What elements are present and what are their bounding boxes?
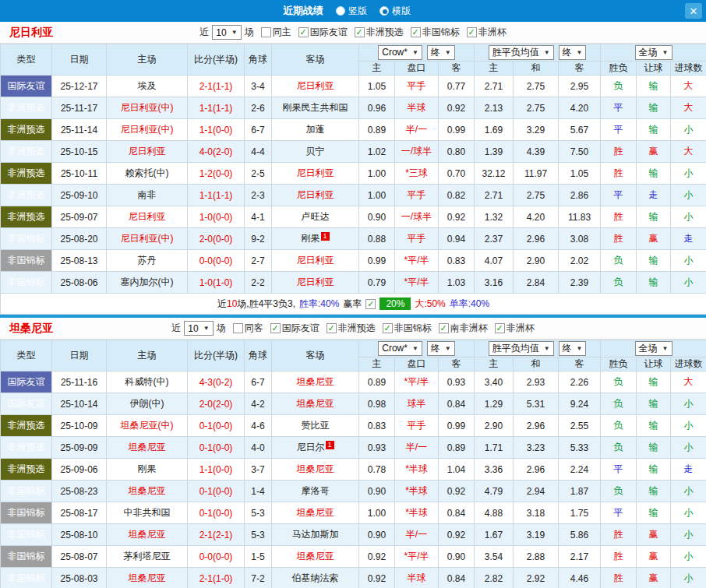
header-col-home: 主场 — [107, 44, 188, 76]
match-score: 0-1(0-0) — [188, 415, 245, 437]
odds-away: 1.04 — [439, 459, 475, 481]
scope-dropdown[interactable]: 全场▼ — [635, 45, 672, 60]
corner-score: 4-6 — [245, 415, 272, 437]
dropdown-label: 终 — [563, 46, 572, 59]
odds-away: 0.92 — [439, 206, 475, 228]
summary: 近10场,胜4平3负3, 胜率:40%赢率✓20%大:50%单率:40% — [217, 298, 489, 311]
away-team-name: 伯基纳法索 — [292, 572, 339, 583]
checkbox-icon: ✓ — [439, 323, 449, 333]
layout-radio-vertical[interactable]: 竖版 — [336, 5, 367, 18]
checkbox-icon: ✓ — [327, 323, 337, 333]
corner-score: 1-5 — [245, 546, 272, 568]
match-score: 1-1(1-1) — [188, 185, 245, 206]
big-rate: 大:50% — [415, 298, 445, 311]
handicap: 平手 — [395, 415, 439, 437]
filter-checkbox[interactable]: ✓非国锦标 — [411, 26, 460, 39]
match-count-select[interactable]: 10▼ — [184, 321, 213, 336]
odds-away: 0.99 — [439, 415, 475, 437]
avg-stage-dropdown[interactable]: 终▼ — [559, 45, 587, 60]
odds-home: 0.78 — [359, 459, 395, 481]
title-bar: 近期战绩 竖版 横版 ✕ — [0, 0, 706, 22]
table-row: 国际友谊25-11-16科威特(中)4-3(0-2)6-7坦桑尼亚0.89*平/… — [1, 371, 706, 393]
avg-group-header: 胜平负均值▼终▼ — [475, 340, 601, 357]
spread-rate-checkbox[interactable]: ✓ — [365, 299, 376, 309]
filter-checkbox[interactable]: 同客 — [233, 322, 263, 335]
away-team-name: 坦桑尼亚 — [297, 507, 334, 518]
avg-away: 2.26 — [559, 371, 601, 393]
match-type: 非国锦标 — [1, 502, 52, 524]
result-wdl: 平 — [601, 459, 637, 481]
result-goals: 小 — [671, 481, 706, 502]
odds-home: 0.98 — [359, 393, 395, 415]
filter-checkbox[interactable]: ✓非洲预选 — [327, 322, 376, 335]
table-row: 非国锦标25-08-17中非共和国0-1(0-0)5-3坦桑尼亚1.00*半球0… — [1, 502, 706, 524]
filter-bar: 尼日利亚近10▼场同主✓国际友谊✓非洲预选✓非国锦标✓非洲杯 — [0, 22, 706, 44]
away-team-name: 坦桑尼亚 — [297, 463, 334, 474]
checkbox-icon: ✓ — [383, 323, 393, 333]
odds-away: 0.94 — [439, 228, 475, 250]
odds-away: 0.80 — [439, 141, 475, 163]
close-button[interactable]: ✕ — [685, 3, 702, 19]
header-col-score: 比分(半场) — [188, 44, 245, 76]
odds-home: 1.02 — [359, 141, 395, 163]
filter-checkbox[interactable]: ✓非洲预选 — [355, 26, 404, 39]
layout-radio-horizontal[interactable]: 横版 — [379, 5, 411, 18]
subheader-handicap: 盘口 — [395, 357, 439, 371]
filter-checkbox[interactable]: ✓国际友谊 — [298, 26, 348, 39]
odds-home: 1.00 — [359, 502, 395, 524]
match-date: 25-08-20 — [52, 228, 107, 250]
filter-checkbox[interactable]: 同主 — [261, 26, 291, 39]
subheader-odds-home: 主 — [359, 357, 395, 371]
spread-rate-badge: 20% — [379, 298, 411, 310]
table-row: 国际友谊25-10-14伊朗(中)2-0(2-0)4-2坦桑尼亚0.98球半0.… — [1, 393, 706, 415]
radio-icon[interactable] — [379, 6, 389, 16]
away-team: 尼日利亚 — [272, 163, 359, 185]
match-score: 4-0(2-0) — [188, 141, 245, 163]
filter-checkbox[interactable]: ✓非洲杯 — [467, 26, 507, 39]
avg-stage-dropdown[interactable]: 终▼ — [559, 341, 587, 356]
dropdown-label: 10 — [188, 323, 198, 334]
match-date: 25-09-09 — [52, 437, 107, 459]
result-wdl: 负 — [601, 371, 637, 393]
odds-away: 0.92 — [439, 97, 475, 119]
table-row: 非国锦标25-08-07茅利塔尼亚0-0(0-0)1-5坦桑尼亚0.92*平/半… — [1, 546, 706, 568]
result-spread: 赢 — [637, 141, 671, 163]
odds-stage-dropdown[interactable]: 终▼ — [427, 45, 455, 60]
away-team: 尼日尔1 — [272, 437, 359, 459]
filter-checkbox[interactable]: ✓非洲杯 — [495, 322, 535, 335]
odds-stage-dropdown[interactable]: 终▼ — [427, 341, 455, 356]
filter-checkbox[interactable]: ✓南非洲杯 — [439, 322, 488, 335]
checkbox-label: 非洲杯 — [478, 26, 507, 39]
header-col-score: 比分(半场) — [188, 340, 245, 371]
bookmaker-dropdown[interactable]: Crow*▼ — [378, 341, 422, 356]
handicap: 一/球半 — [395, 206, 439, 228]
handicap: 半球 — [395, 568, 439, 588]
filter-checkbox[interactable]: ✓国际友谊 — [270, 322, 319, 335]
result-wdl: 胜 — [601, 163, 637, 185]
checkbox-icon: ✓ — [495, 323, 505, 333]
odds-away: 0.99 — [439, 119, 475, 141]
scope-dropdown[interactable]: 全场▼ — [635, 341, 672, 356]
handicap: *平/半 — [395, 250, 439, 272]
avg-away: 1.05 — [559, 163, 601, 185]
handicap: *半球 — [395, 459, 439, 481]
match-count-select[interactable]: 10▼ — [212, 25, 241, 40]
wdl-average-dropdown[interactable]: 胜平负均值▼ — [489, 45, 554, 60]
odds-away: 0.84 — [439, 393, 475, 415]
filter-checkbox[interactable]: ✓非国锦标 — [383, 322, 432, 335]
checkbox-label: 非洲预选 — [366, 26, 404, 39]
match-date: 25-08-03 — [52, 568, 107, 588]
subheader-avg-home: 主 — [475, 62, 514, 76]
away-team: 尼日利亚 — [272, 250, 359, 272]
avg-away: 9.24 — [559, 393, 601, 415]
result-spread: 输 — [637, 272, 671, 294]
bookmaker-dropdown[interactable]: Crow*▼ — [378, 45, 422, 60]
radio-icon[interactable] — [336, 6, 345, 16]
result-wdl: 负 — [601, 250, 637, 272]
result-wdl: 胜 — [601, 524, 637, 546]
match-date: 25-10-14 — [52, 393, 107, 415]
odds-away: 0.70 — [439, 163, 475, 185]
result-spread: 输 — [637, 415, 671, 437]
wdl-average-dropdown[interactable]: 胜平负均值▼ — [489, 341, 554, 356]
avg-draw: 2.92 — [514, 568, 559, 588]
